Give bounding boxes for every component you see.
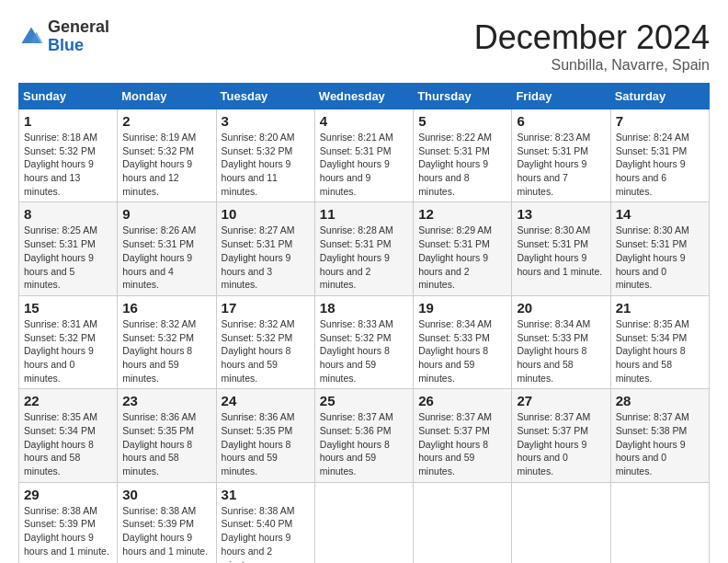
calendar-cell: 3 Sunrise: 8:20 AM Sunset: 5:32 PM Dayli… [216,109,314,202]
title-block: December 2024 Sunbilla, Navarre, Spain [474,18,710,74]
day-number: 2 [122,113,210,129]
calendar-cell: 13 Sunrise: 8:30 AM Sunset: 5:31 PM Dayl… [512,202,610,295]
day-info: Sunrise: 8:32 AM Sunset: 5:32 PM Dayligh… [122,317,210,385]
day-info: Sunrise: 8:34 AM Sunset: 5:33 PM Dayligh… [418,317,506,385]
day-number: 11 [320,206,408,222]
month-title: December 2024 [474,18,710,57]
header-tuesday: Tuesday [216,84,314,109]
calendar-cell: 28 Sunrise: 8:37 AM Sunset: 5:38 PM Dayl… [610,389,709,482]
calendar-cell: 20 Sunrise: 8:34 AM Sunset: 5:33 PM Dayl… [512,295,610,388]
day-info: Sunrise: 8:34 AM Sunset: 5:33 PM Dayligh… [517,317,605,385]
calendar-cell: 17 Sunrise: 8:32 AM Sunset: 5:32 PM Dayl… [216,295,314,388]
day-number: 24 [222,393,310,408]
day-info: Sunrise: 8:19 AM Sunset: 5:32 PM Dayligh… [122,131,210,198]
calendar-cell [314,482,413,563]
day-info: Sunrise: 8:37 AM Sunset: 5:37 PM Dayligh… [517,410,605,477]
page-header: General Blue December 2024 Sunbilla, Nav… [18,18,710,74]
calendar-cell: 2 Sunrise: 8:19 AM Sunset: 5:32 PM Dayli… [118,109,216,202]
header-saturday: Saturday [610,84,709,109]
calendar-week-4: 22 Sunrise: 8:35 AM Sunset: 5:34 PM Dayl… [19,389,710,482]
calendar-cell: 16 Sunrise: 8:32 AM Sunset: 5:32 PM Dayl… [118,295,216,388]
day-info: Sunrise: 8:22 AM Sunset: 5:31 PM Dayligh… [418,131,506,198]
calendar-cell: 14 Sunrise: 8:30 AM Sunset: 5:31 PM Dayl… [610,202,709,295]
day-number: 14 [616,206,704,222]
day-info: Sunrise: 8:18 AM Sunset: 5:32 PM Dayligh… [24,131,112,198]
calendar-header-row: SundayMondayTuesdayWednesdayThursdayFrid… [19,84,710,109]
day-number: 16 [122,300,210,316]
day-info: Sunrise: 8:24 AM Sunset: 5:31 PM Dayligh… [616,131,704,198]
day-number: 9 [122,206,210,222]
day-number: 7 [616,113,704,129]
calendar-cell: 1 Sunrise: 8:18 AM Sunset: 5:32 PM Dayli… [19,109,118,202]
calendar-cell: 29 Sunrise: 8:38 AM Sunset: 5:39 PM Dayl… [19,482,118,563]
calendar-week-1: 1 Sunrise: 8:18 AM Sunset: 5:32 PM Dayli… [19,109,710,202]
day-info: Sunrise: 8:23 AM Sunset: 5:31 PM Dayligh… [517,131,605,198]
day-info: Sunrise: 8:32 AM Sunset: 5:32 PM Dayligh… [222,317,310,385]
day-info: Sunrise: 8:28 AM Sunset: 5:31 PM Dayligh… [320,224,408,291]
calendar-cell: 6 Sunrise: 8:23 AM Sunset: 5:31 PM Dayli… [512,109,610,202]
calendar-week-3: 15 Sunrise: 8:31 AM Sunset: 5:32 PM Dayl… [19,295,710,388]
day-info: Sunrise: 8:21 AM Sunset: 5:31 PM Dayligh… [320,131,408,198]
day-info: Sunrise: 8:36 AM Sunset: 5:35 PM Dayligh… [222,410,310,477]
calendar-cell [414,482,512,563]
header-friday: Friday [512,84,610,109]
calendar-cell: 15 Sunrise: 8:31 AM Sunset: 5:32 PM Dayl… [19,295,118,388]
day-number: 23 [122,393,210,408]
logo-blue: Blue [48,37,109,55]
day-info: Sunrise: 8:30 AM Sunset: 5:31 PM Dayligh… [517,224,605,278]
day-number: 1 [24,113,112,129]
day-info: Sunrise: 8:38 AM Sunset: 5:39 PM Dayligh… [122,504,210,558]
day-info: Sunrise: 8:35 AM Sunset: 5:34 PM Dayligh… [616,317,704,385]
calendar-cell: 22 Sunrise: 8:35 AM Sunset: 5:34 PM Dayl… [19,389,118,482]
day-info: Sunrise: 8:36 AM Sunset: 5:35 PM Dayligh… [122,410,210,477]
calendar-cell: 8 Sunrise: 8:25 AM Sunset: 5:31 PM Dayli… [19,202,118,295]
calendar-cell: 11 Sunrise: 8:28 AM Sunset: 5:31 PM Dayl… [314,202,413,295]
day-number: 10 [222,206,310,222]
day-info: Sunrise: 8:29 AM Sunset: 5:31 PM Dayligh… [418,224,506,291]
calendar-table: SundayMondayTuesdayWednesdayThursdayFrid… [18,83,710,563]
calendar-cell: 5 Sunrise: 8:22 AM Sunset: 5:31 PM Dayli… [414,109,512,202]
calendar-cell: 9 Sunrise: 8:26 AM Sunset: 5:31 PM Dayli… [118,202,216,295]
day-info: Sunrise: 8:27 AM Sunset: 5:31 PM Dayligh… [222,224,310,291]
logo-general: General [48,18,109,37]
day-number: 27 [517,393,605,408]
day-number: 19 [418,300,506,316]
day-info: Sunrise: 8:35 AM Sunset: 5:34 PM Dayligh… [24,410,112,477]
calendar-cell: 4 Sunrise: 8:21 AM Sunset: 5:31 PM Dayli… [314,109,413,202]
day-info: Sunrise: 8:37 AM Sunset: 5:38 PM Dayligh… [616,410,704,477]
day-number: 8 [24,206,112,222]
calendar-cell: 25 Sunrise: 8:37 AM Sunset: 5:36 PM Dayl… [314,389,413,482]
logo-icon [18,24,44,50]
day-info: Sunrise: 8:26 AM Sunset: 5:31 PM Dayligh… [122,224,210,291]
calendar-cell [610,482,709,563]
header-sunday: Sunday [19,84,118,109]
day-number: 5 [418,113,506,129]
calendar-cell: 21 Sunrise: 8:35 AM Sunset: 5:34 PM Dayl… [610,295,709,388]
day-info: Sunrise: 8:25 AM Sunset: 5:31 PM Dayligh… [24,224,112,291]
day-info: Sunrise: 8:37 AM Sunset: 5:37 PM Dayligh… [418,410,506,477]
logo: General Blue [18,18,109,55]
day-number: 26 [418,393,506,408]
day-info: Sunrise: 8:38 AM Sunset: 5:40 PM Dayligh… [222,504,310,563]
day-number: 15 [24,300,112,316]
day-number: 21 [616,300,704,316]
day-number: 31 [222,487,310,502]
day-number: 4 [320,113,408,129]
day-number: 30 [122,487,210,502]
day-number: 3 [222,113,310,129]
day-number: 28 [616,393,704,408]
day-number: 6 [517,113,605,129]
day-info: Sunrise: 8:31 AM Sunset: 5:32 PM Dayligh… [24,317,112,385]
calendar-week-5: 29 Sunrise: 8:38 AM Sunset: 5:39 PM Dayl… [19,482,710,563]
calendar-cell: 19 Sunrise: 8:34 AM Sunset: 5:33 PM Dayl… [414,295,512,388]
calendar-cell: 23 Sunrise: 8:36 AM Sunset: 5:35 PM Dayl… [118,389,216,482]
day-info: Sunrise: 8:38 AM Sunset: 5:39 PM Dayligh… [24,504,112,558]
day-number: 17 [222,300,310,316]
calendar-cell: 27 Sunrise: 8:37 AM Sunset: 5:37 PM Dayl… [512,389,610,482]
day-info: Sunrise: 8:20 AM Sunset: 5:32 PM Dayligh… [222,131,310,198]
header-monday: Monday [118,84,216,109]
calendar-cell: 30 Sunrise: 8:38 AM Sunset: 5:39 PM Dayl… [118,482,216,563]
calendar-cell: 31 Sunrise: 8:38 AM Sunset: 5:40 PM Dayl… [216,482,314,563]
calendar-week-2: 8 Sunrise: 8:25 AM Sunset: 5:31 PM Dayli… [19,202,710,295]
day-number: 20 [517,300,605,316]
